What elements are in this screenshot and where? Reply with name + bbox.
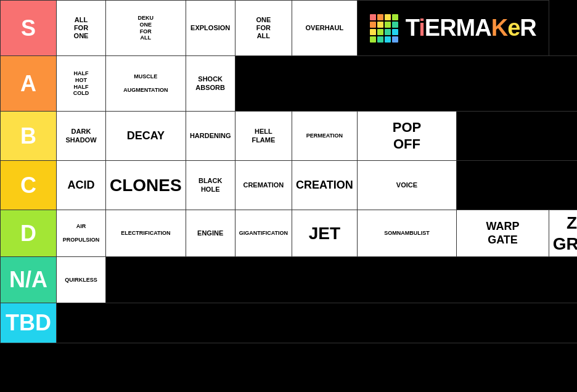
tier-d-item-1[interactable]: ELECTRIFICATION	[106, 210, 186, 257]
tier-c-empty	[457, 161, 577, 210]
tier-na-empty	[106, 257, 578, 303]
tier-d-item-5[interactable]: SOMNAMBULIST	[357, 210, 457, 257]
tier-label-na: N/A	[1, 257, 57, 303]
tier-b-item-1[interactable]: DECAY	[106, 112, 186, 161]
tier-s-item-0[interactable]: ALL FOR ONE	[57, 1, 106, 56]
tier-label-d: D	[1, 210, 57, 257]
tier-s-item-1[interactable]: DEKU ONE FOR ALL	[106, 1, 186, 56]
tier-a-item-2[interactable]: SHOCK ABSORB	[186, 56, 235, 112]
tier-d-item-6[interactable]: WARP GATE	[457, 210, 549, 257]
tier-b-item-4[interactable]: PERMEATION	[292, 112, 358, 161]
tier-c-item-0[interactable]: ACID	[57, 161, 106, 210]
tier-c-item-2[interactable]: BLACK HOLE	[186, 161, 235, 210]
tier-a-item-0[interactable]: HALF HOT HALF COLD	[57, 56, 106, 112]
tier-c-item-1[interactable]: CLONES	[106, 161, 186, 210]
tier-c-item-4[interactable]: CREATION	[292, 161, 358, 210]
tier-na-item-0[interactable]: QUIRKLESS	[57, 257, 106, 303]
tier-b-empty	[457, 112, 577, 161]
tier-d-item-3[interactable]: GIGANTIFICATION	[235, 210, 292, 257]
tier-label-tbd: TBD	[1, 303, 57, 343]
tier-s-item-3[interactable]: ONE FOR ALL	[235, 1, 292, 56]
tier-b-item-3[interactable]: HELL FLAME	[235, 112, 292, 161]
tier-list-table: SALL FOR ONEDEKU ONE FOR ALLEXPLOSIONONE…	[0, 0, 577, 343]
tier-d-item-0[interactable]: AIR PROPULSION	[57, 210, 106, 257]
tier-label-c: C	[1, 161, 57, 210]
tier-d-item-7[interactable]: ZERO GRAVITY	[549, 210, 577, 257]
tier-d-item-2[interactable]: ENGINE	[186, 210, 235, 257]
tier-a-item-1[interactable]: MUSCLE AUGMENTATION	[106, 56, 186, 112]
tier-tbd-empty	[57, 303, 578, 343]
tier-s-item-2[interactable]: EXPLOSION	[186, 1, 235, 56]
tier-b-item-0[interactable]: DARK SHADOW	[57, 112, 106, 161]
tier-label-b: B	[1, 112, 57, 161]
tier-c-item-3[interactable]: CREMATION	[235, 161, 292, 210]
tier-d-item-4[interactable]: JET	[292, 210, 358, 257]
tier-s-item-4[interactable]: OVERHAUL	[292, 1, 358, 56]
tier-b-item-5[interactable]: POP OFF	[357, 112, 457, 161]
tier-b-item-2[interactable]: HARDENING	[186, 112, 235, 161]
tier-c-item-5[interactable]: VOICE	[357, 161, 457, 210]
tiermaker-logo: TiERMAKeR	[357, 1, 549, 56]
tier-a-empty	[235, 56, 577, 112]
tier-label-s: S	[1, 1, 57, 56]
tier-label-a: A	[1, 56, 57, 112]
